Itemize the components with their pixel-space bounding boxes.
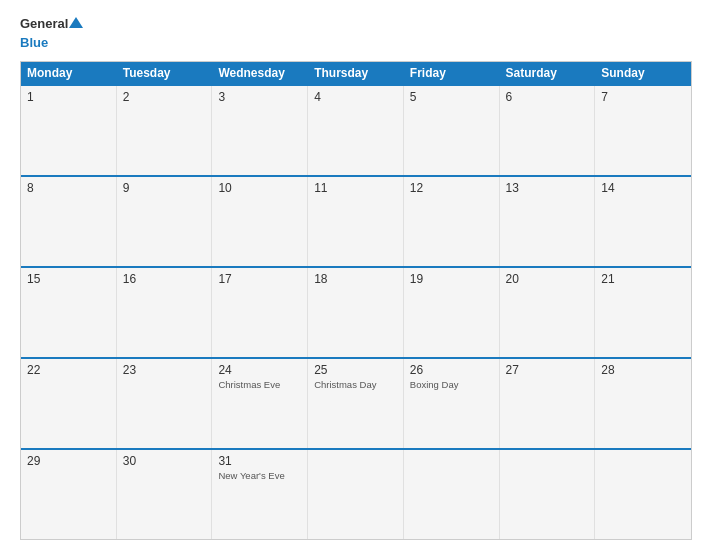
day-number: 7 — [601, 90, 685, 104]
day-cell: 6 — [500, 86, 596, 175]
day-number: 24 — [218, 363, 301, 377]
logo: GeneralBlue — [20, 15, 84, 51]
day-cell: 18 — [308, 268, 404, 357]
day-cell: 27 — [500, 359, 596, 448]
day-cell: 28 — [595, 359, 691, 448]
day-number: 18 — [314, 272, 397, 286]
day-number: 26 — [410, 363, 493, 377]
svg-marker-0 — [69, 17, 83, 28]
logo-general-text: General — [20, 16, 68, 31]
day-number: 22 — [27, 363, 110, 377]
logo-blue-text: Blue — [20, 35, 48, 50]
day-header-monday: Monday — [21, 62, 117, 84]
calendar-page: GeneralBlue MondayTuesdayWednesdayThursd… — [0, 0, 712, 550]
day-number: 1 — [27, 90, 110, 104]
day-number: 12 — [410, 181, 493, 195]
day-cell: 21 — [595, 268, 691, 357]
day-number: 20 — [506, 272, 589, 286]
day-cell: 15 — [21, 268, 117, 357]
day-number: 11 — [314, 181, 397, 195]
week-row-2: 891011121314 — [21, 175, 691, 266]
day-number: 28 — [601, 363, 685, 377]
day-cell: 4 — [308, 86, 404, 175]
logo-triangle-icon — [68, 15, 84, 31]
day-header-saturday: Saturday — [500, 62, 596, 84]
day-number: 9 — [123, 181, 206, 195]
day-cell: 30 — [117, 450, 213, 539]
week-row-1: 1234567 — [21, 84, 691, 175]
day-cell — [500, 450, 596, 539]
week-row-5: 293031New Year's Eve — [21, 448, 691, 539]
day-cell: 16 — [117, 268, 213, 357]
holiday-name: Christmas Day — [314, 379, 397, 390]
day-cell: 12 — [404, 177, 500, 266]
day-cell — [404, 450, 500, 539]
day-cell: 29 — [21, 450, 117, 539]
day-number: 2 — [123, 90, 206, 104]
day-cell: 8 — [21, 177, 117, 266]
day-cell: 23 — [117, 359, 213, 448]
day-cell: 5 — [404, 86, 500, 175]
weeks-container: 123456789101112131415161718192021222324C… — [21, 84, 691, 539]
day-cell: 13 — [500, 177, 596, 266]
holiday-name: Christmas Eve — [218, 379, 301, 390]
day-number: 3 — [218, 90, 301, 104]
day-cell: 1 — [21, 86, 117, 175]
day-cell: 26Boxing Day — [404, 359, 500, 448]
day-cell — [308, 450, 404, 539]
day-header-sunday: Sunday — [595, 62, 691, 84]
day-number: 29 — [27, 454, 110, 468]
day-number: 27 — [506, 363, 589, 377]
day-cell — [595, 450, 691, 539]
day-cell: 10 — [212, 177, 308, 266]
day-header-wednesday: Wednesday — [212, 62, 308, 84]
holiday-name: Boxing Day — [410, 379, 493, 390]
day-number: 17 — [218, 272, 301, 286]
day-number: 13 — [506, 181, 589, 195]
day-cell: 22 — [21, 359, 117, 448]
day-number: 30 — [123, 454, 206, 468]
holiday-name: New Year's Eve — [218, 470, 301, 481]
day-cell: 3 — [212, 86, 308, 175]
day-number: 5 — [410, 90, 493, 104]
day-headers-row: MondayTuesdayWednesdayThursdayFridaySatu… — [21, 62, 691, 84]
week-row-4: 222324Christmas Eve25Christmas Day26Boxi… — [21, 357, 691, 448]
day-cell: 17 — [212, 268, 308, 357]
day-number: 8 — [27, 181, 110, 195]
day-cell: 31New Year's Eve — [212, 450, 308, 539]
day-number: 21 — [601, 272, 685, 286]
day-number: 6 — [506, 90, 589, 104]
day-cell: 9 — [117, 177, 213, 266]
day-header-tuesday: Tuesday — [117, 62, 213, 84]
day-number: 4 — [314, 90, 397, 104]
day-number: 15 — [27, 272, 110, 286]
day-cell: 7 — [595, 86, 691, 175]
day-number: 14 — [601, 181, 685, 195]
calendar: MondayTuesdayWednesdayThursdayFridaySatu… — [20, 61, 692, 540]
day-cell: 24Christmas Eve — [212, 359, 308, 448]
day-cell: 25Christmas Day — [308, 359, 404, 448]
day-number: 31 — [218, 454, 301, 468]
day-cell: 2 — [117, 86, 213, 175]
week-row-3: 15161718192021 — [21, 266, 691, 357]
day-header-friday: Friday — [404, 62, 500, 84]
day-number: 16 — [123, 272, 206, 286]
header: GeneralBlue — [20, 15, 692, 51]
day-cell: 20 — [500, 268, 596, 357]
day-cell: 19 — [404, 268, 500, 357]
day-cell: 14 — [595, 177, 691, 266]
day-number: 10 — [218, 181, 301, 195]
day-header-thursday: Thursday — [308, 62, 404, 84]
day-number: 25 — [314, 363, 397, 377]
day-number: 23 — [123, 363, 206, 377]
day-cell: 11 — [308, 177, 404, 266]
day-number: 19 — [410, 272, 493, 286]
